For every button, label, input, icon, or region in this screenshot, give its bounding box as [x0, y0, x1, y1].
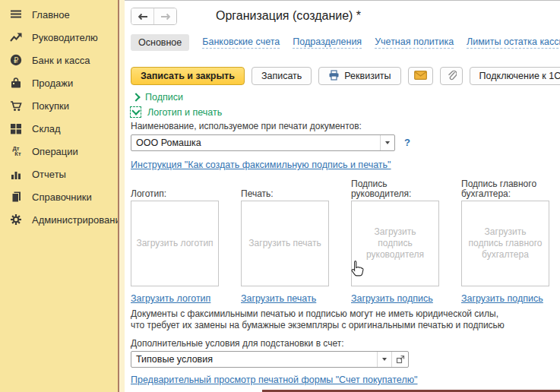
tab-bank-accounts[interactable]: Банковские счета: [202, 36, 280, 49]
nav-history-buttons: [131, 8, 177, 25]
help-link[interactable]: ?: [404, 137, 410, 148]
invoice-conditions-value[interactable]: Типовые условия: [131, 352, 377, 367]
books-icon: [8, 190, 24, 204]
upload-column-director-signature: Подпись руководителя: Загрузить подпись …: [351, 178, 439, 305]
dropdown-button[interactable]: [380, 135, 394, 150]
boxes-grid-icon: [8, 122, 24, 135]
sidebar-item-label: Операции: [32, 146, 78, 157]
director-signature-label: Подпись руководителя:: [351, 178, 439, 199]
sidebar-item-directories[interactable]: Справочники: [0, 185, 118, 208]
stamp-placeholder: Загрузить печать: [248, 238, 321, 249]
director-signature-placeholder: Загрузить подпись руководителя: [356, 226, 434, 261]
menu-icon: [8, 8, 24, 21]
instruction-link[interactable]: Инструкция "Как создать факсимильную под…: [131, 160, 391, 170]
sidebar-pale-strip: [119, 0, 125, 392]
paperclip-icon: [446, 69, 457, 83]
form-organization: Организация (создание) * Основное Банков…: [125, 0, 560, 392]
upload-grid: Логотип: Загрузить логотип Загрузить лог…: [131, 178, 549, 305]
app-window: { "sidebar": { "items": [ {"label": "Гла…: [0, 0, 560, 392]
ruble-coin-icon: ₽: [8, 53, 24, 67]
upload-column-logo: Логотип: Загрузить логотип Загрузить лог…: [131, 178, 219, 305]
print-name-value[interactable]: ООО Ромашка: [131, 135, 380, 150]
sidebar-item-label: Продажи: [32, 77, 73, 89]
upload-column-accountant-signature: Подпись главного бухгалтера: Загрузить п…: [461, 178, 549, 305]
accountant-signature-label: Подпись главного бухгалтера:: [461, 178, 549, 199]
sidebar-item-sales[interactable]: Продажи: [0, 71, 118, 94]
sidebar-item-label: Банк и касса: [32, 55, 90, 66]
connect-1c-reporting-button[interactable]: Подключение к 1С-Отче: [470, 67, 560, 85]
sidebar-item-label: Склад: [32, 123, 61, 134]
sidebar-item-reports[interactable]: Отчеты: [0, 163, 118, 185]
requisites-button[interactable]: Реквизиты: [318, 67, 400, 85]
upload-logo-link[interactable]: Загрузить логотип: [131, 293, 210, 304]
tab-cash-limits[interactable]: Лимиты остатка кассы: [467, 36, 560, 49]
sidebar-item-label: Руководителю: [32, 32, 98, 43]
invoice-conditions-input[interactable]: Типовые условия: [131, 351, 409, 368]
svg-text:₽: ₽: [14, 56, 19, 65]
attachments-button[interactable]: [440, 67, 463, 85]
stamp-label: Печать:: [241, 178, 329, 199]
sidebar-item-label: Покупки: [32, 100, 69, 112]
sidebar-item-label: Отчеты: [32, 169, 66, 180]
cart-icon: [8, 99, 24, 112]
logo-dropzone[interactable]: Загрузить логотип: [131, 201, 219, 286]
sidebar-item-label: Главное: [32, 9, 70, 21]
stamp-dropzone[interactable]: Загрузить печать: [241, 201, 329, 286]
page-title: Организация (создание) *: [216, 9, 361, 23]
forward-button[interactable]: [153, 8, 176, 24]
group-signatures-label: Подписи: [145, 92, 183, 103]
tab-departments[interactable]: Подразделения: [293, 36, 362, 49]
gear-icon: [8, 213, 24, 226]
sidebar-item-bank-cash[interactable]: ₽ Банк и касса: [0, 49, 118, 71]
logo-placeholder: Загрузить логотип: [136, 238, 213, 249]
envelope-icon: [414, 71, 427, 82]
group-logo-print-label: Логотип и печать: [147, 107, 222, 118]
sidebar-item-purchases[interactable]: Покупки: [0, 94, 118, 117]
sidebar-item-administration[interactable]: Администрирование: [0, 208, 118, 231]
sidebar-item-operations[interactable]: ДтКт Операции: [0, 140, 118, 163]
tab-bar: Основное Банковские счета Подразделения …: [131, 34, 560, 51]
sidebar-item-main[interactable]: Главное: [0, 3, 118, 26]
sidebar-item-manager[interactable]: Руководителю: [0, 26, 118, 49]
dt-kt-icon: ДтКт: [8, 144, 24, 158]
facsimile-disclaimer: Документы с факсимильными печатью и подп…: [131, 308, 505, 331]
sidebar-item-warehouse[interactable]: Склад: [0, 117, 118, 140]
sidebar-item-label: Справочники: [32, 191, 92, 203]
back-button[interactable]: [131, 8, 153, 24]
requisites-label: Реквизиты: [344, 71, 391, 81]
open-item-button[interactable]: [391, 352, 408, 367]
sidebar-item-label: Администрирование: [32, 214, 126, 226]
print-name-label: Наименование, используемое при печати до…: [131, 121, 362, 131]
print-preview-link[interactable]: Предварительный просмотр печатной формы …: [131, 375, 418, 385]
chevron-right-icon: [131, 93, 140, 101]
command-bar: Записать и закрыть Записать Реквизиты По…: [131, 67, 560, 85]
save-button[interactable]: Записать: [252, 67, 312, 85]
briefcase-icon: [8, 76, 24, 90]
tab-main[interactable]: Основное: [131, 34, 189, 51]
director-signature-dropzone[interactable]: Загрузить подпись руководителя: [351, 201, 439, 286]
upload-accountant-signature-link[interactable]: Загрузить подпись: [461, 293, 543, 304]
accountant-signature-placeholder: Загрузить подпись главного бухгалтера: [467, 226, 544, 261]
printer-icon: [328, 70, 340, 83]
upload-column-stamp: Печать: Загрузить печать Загрузить печат…: [241, 178, 329, 305]
send-email-button[interactable]: [408, 67, 433, 85]
sidebar-menu: Главное Руководителю ₽ Банк и касса Прод…: [0, 0, 118, 231]
upload-stamp-link[interactable]: Загрузить печать: [241, 293, 316, 304]
group-logo-print-toggle[interactable]: Логотип и печать: [130, 106, 222, 118]
logo-label: Логотип:: [131, 178, 219, 199]
trend-arrow-icon: [8, 30, 24, 44]
bar-chart-icon: [8, 167, 24, 181]
chevron-down-icon: [130, 106, 141, 118]
sidebar: Главное Руководителю ₽ Банк и касса Прод…: [0, 0, 118, 392]
accountant-signature-dropzone[interactable]: Загрузить подпись главного бухгалтера: [461, 201, 549, 286]
tab-accounting-policy[interactable]: Учетная политика: [375, 36, 454, 49]
upload-director-signature-link[interactable]: Загрузить подпись: [351, 293, 433, 304]
invoice-conditions-label: Дополнительные условия для подстановки в…: [131, 338, 344, 349]
group-signatures-toggle[interactable]: Подписи: [133, 92, 183, 103]
dropdown-button[interactable]: [377, 352, 391, 367]
save-and-close-button[interactable]: Записать и закрыть: [131, 67, 245, 85]
print-name-input[interactable]: ООО Ромашка: [131, 134, 395, 151]
